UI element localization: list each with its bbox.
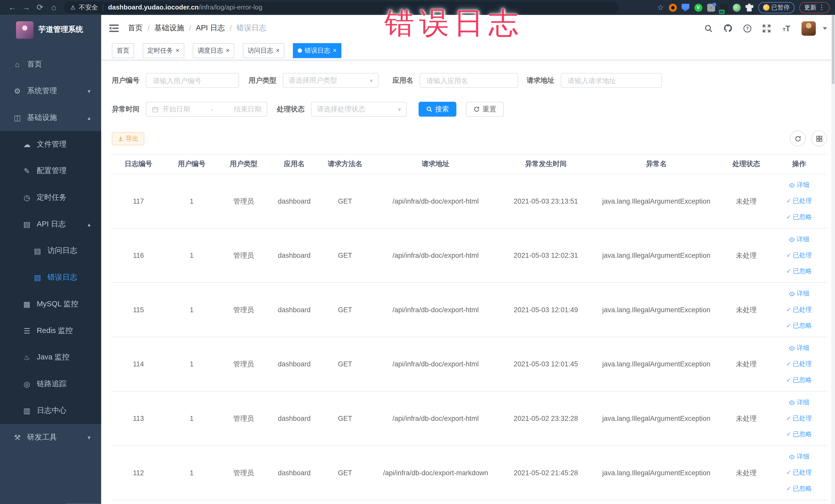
action-已处理[interactable]: ✓已处理	[786, 305, 812, 314]
action-详细[interactable]: 详细	[789, 344, 810, 352]
close-icon[interactable]: ×	[276, 47, 280, 54]
table-cell: 1	[165, 174, 218, 228]
user-type-select[interactable]: 请选择用户类型 ▾	[283, 73, 379, 88]
tab-定时任务[interactable]: 定时任务×	[143, 43, 184, 58]
date-end-placeholder[interactable]: 结束日期	[234, 104, 262, 114]
github-icon[interactable]	[723, 23, 733, 33]
sidebar-item-链路追踪[interactable]: ◎链路追踪	[0, 371, 101, 398]
table-cell: dashboard	[269, 174, 320, 228]
scrollbar-thumb[interactable]	[832, 15, 834, 84]
reload-icon[interactable]: ⟳	[33, 0, 47, 15]
tab-首页[interactable]: 首页	[112, 43, 134, 58]
table-cell: 未处理	[721, 337, 771, 391]
extension-orange-icon[interactable]	[669, 3, 677, 11]
action-已处理[interactable]: ✓已处理	[786, 468, 812, 477]
action-已忽略[interactable]: ✓已忽略	[786, 430, 812, 439]
app-name-input[interactable]	[420, 73, 518, 88]
user-avatar[interactable]	[801, 21, 816, 36]
sidebar-item-访问日志[interactable]: ▤访问日志	[0, 238, 101, 264]
actions-cell: 详细✓已处理✓已忽略	[771, 445, 827, 500]
sidebar-item-Java 监控[interactable]: ♨Java 监控	[0, 344, 101, 371]
sidebar-item-Redis 监控[interactable]: ☰Redis 监控	[0, 317, 101, 344]
app-name-field[interactable]	[426, 76, 512, 85]
sidebar-item-日志中心[interactable]: ▥日志中心	[0, 398, 101, 424]
action-已忽略[interactable]: ✓已忽略	[786, 213, 812, 222]
tab-访问日志[interactable]: 访问日志×	[243, 43, 284, 58]
column-header-处理状态: 处理状态	[721, 154, 771, 174]
column-header-请求地址: 请求地址	[371, 154, 501, 174]
column-settings-button[interactable]	[811, 130, 827, 146]
request-url-field[interactable]	[567, 76, 656, 85]
sidebar-item-文件管理[interactable]: ☁文件管理	[0, 131, 101, 158]
action-已处理[interactable]: ✓已处理	[786, 414, 812, 423]
check-icon: ✓	[786, 214, 791, 221]
browser-menu-icon[interactable]: ⋮	[819, 4, 825, 11]
sidebar-item-MySQL 监控[interactable]: ▦MySQL 监控	[0, 291, 101, 318]
request-url-input[interactable]	[561, 73, 662, 88]
user-id-field[interactable]	[152, 76, 233, 85]
user-id-input[interactable]	[146, 73, 239, 88]
action-详细[interactable]: 详细	[789, 235, 810, 244]
extensions-puzzle-icon[interactable]	[745, 3, 753, 11]
action-已忽略[interactable]: ✓已忽略	[786, 321, 812, 330]
sidebar-item-API 日志[interactable]: ▤API 日志▴	[0, 211, 101, 238]
date-start-placeholder[interactable]: 开始日期	[162, 104, 190, 114]
action-已忽略[interactable]: ✓已忽略	[786, 267, 812, 276]
action-详细[interactable]: 详细	[789, 398, 810, 407]
action-已忽略[interactable]: ✓已忽略	[786, 484, 812, 493]
extension-shield-icon[interactable]	[681, 3, 689, 11]
extension-switch-icon[interactable]: on	[720, 3, 728, 11]
bookmark-star-icon[interactable]: ☆	[657, 3, 664, 12]
address-bar[interactable]: ⚠ 不安全 dashboard.yudao.iocoder.cn /infra/…	[64, 2, 619, 13]
table-cell: java.lang.IllegalArgumentException	[591, 283, 721, 337]
extension-leaf-icon[interactable]	[733, 3, 740, 11]
forward-icon[interactable]: →	[19, 0, 33, 15]
tab-调度日志[interactable]: 调度日志×	[193, 43, 235, 58]
hamburger-icon[interactable]	[109, 24, 119, 32]
extension-v-icon[interactable]: V	[694, 3, 702, 11]
action-详细[interactable]: 详细	[789, 452, 810, 461]
table-row: 1121管理员dashboardGET/api/infra/db-doc/exp…	[112, 445, 827, 500]
extension-grid-icon[interactable]	[707, 3, 715, 11]
action-详细[interactable]: 详细	[789, 181, 810, 189]
close-icon[interactable]: ×	[176, 47, 180, 54]
export-button[interactable]: 导出	[112, 132, 144, 145]
table-cell: GET	[320, 228, 371, 283]
infrastructure-icon: ◫	[13, 114, 22, 122]
sidebar-item-错误日志[interactable]: ▤错误日志	[0, 264, 101, 291]
help-icon[interactable]: ?	[743, 24, 752, 33]
sidebar-item-定时任务[interactable]: ◷定时任务	[0, 184, 101, 211]
home-browser-icon[interactable]: ⌂	[47, 0, 61, 15]
sidebar-item-基础设施[interactable]: ◫基础设施▴	[0, 104, 101, 131]
close-icon[interactable]: ×	[333, 47, 337, 54]
sidebar-item-研发工具[interactable]: ⚒研发工具▾	[0, 424, 101, 450]
avatar-caret-icon[interactable]	[823, 27, 827, 29]
table-cell: 2021-05-02 23:32:28	[501, 391, 591, 446]
back-icon[interactable]: ←	[5, 0, 19, 15]
search-button[interactable]: 搜索	[419, 102, 456, 117]
app-logo-row[interactable]: 芋道管理系统	[0, 15, 101, 45]
sidebar-item-配置管理[interactable]: ✎配置管理	[0, 158, 101, 184]
process-status-select[interactable]: 请选择处理状态 ▾	[311, 102, 407, 117]
sidebar-item-系统管理[interactable]: ⚙系统管理▾	[0, 78, 101, 104]
reset-button[interactable]: 重置	[466, 102, 504, 117]
breadcrumb-api-log[interactable]: API 日志	[196, 23, 225, 33]
breadcrumb-infra[interactable]: 基础设施	[154, 23, 184, 33]
breadcrumb-home[interactable]: 首页	[128, 23, 143, 33]
action-已处理[interactable]: ✓已处理	[786, 360, 812, 368]
fullscreen-icon[interactable]	[762, 24, 771, 33]
search-icon[interactable]	[704, 24, 713, 33]
sidebar-item-首页[interactable]: ⌂首页	[0, 51, 101, 78]
update-badge[interactable]: 更新 ⋮	[799, 2, 830, 13]
paused-badge[interactable]: 已暂停	[758, 2, 794, 13]
action-已处理[interactable]: ✓已处理	[786, 251, 812, 260]
refresh-table-button[interactable]	[790, 130, 806, 146]
close-icon[interactable]: ×	[226, 47, 230, 54]
action-已忽略[interactable]: ✓已忽略	[786, 376, 812, 385]
font-size-icon[interactable]: TT	[781, 24, 791, 33]
action-详细[interactable]: 详细	[789, 289, 810, 298]
tab-错误日志[interactable]: 错误日志×	[293, 43, 341, 58]
page-scrollbar[interactable]	[831, 15, 835, 504]
date-range-input[interactable]: 开始日期 - 结束日期	[146, 102, 267, 117]
action-已处理[interactable]: ✓已处理	[786, 197, 812, 206]
